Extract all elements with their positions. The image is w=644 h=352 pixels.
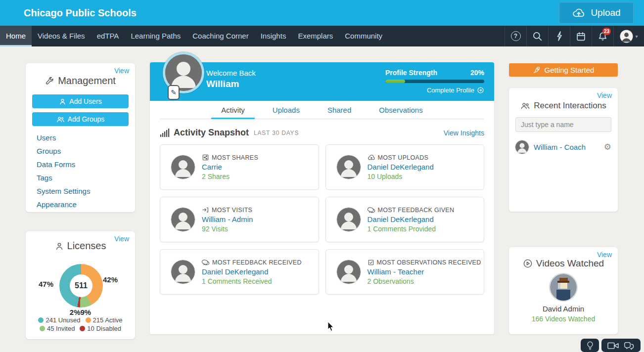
gear-icon[interactable]: ⚙ [604,143,611,151]
wrench-icon [45,76,54,86]
stat-user-link[interactable]: Daniel DeKerlegand [202,267,302,276]
calendar-button[interactable] [570,26,592,46]
add-groups-button[interactable]: Add Groups [32,112,129,126]
avatar [515,140,529,154]
nav-item-insights[interactable]: Insights [255,26,292,46]
recent-title: Recent Interactions [534,101,606,111]
sidebar-item-appearance[interactable]: Appearance [37,200,77,209]
recent-title-row: Recent Interactions [509,101,618,111]
legend-invited: 45 Invited [40,325,75,332]
nav-item-edtpa[interactable]: edTPA [91,26,125,46]
chat-bubbles-icon [623,341,636,351]
edit-avatar-button[interactable]: ✎ [168,85,180,100]
help-button[interactable]: ? [505,26,526,46]
quick-actions-button[interactable] [548,26,570,46]
avatar [171,155,195,179]
management-title: Management [58,75,116,87]
nav-item-learning-paths[interactable]: Learning Paths [125,26,186,46]
stat-value: 2 Observations [368,277,481,285]
user-avatar-icon [620,30,633,43]
videos-view-link[interactable]: View [597,251,612,259]
profile-menu-button[interactable]: ▾ [613,26,644,46]
stat-user-link[interactable]: Daniel DeKerlegand [368,215,455,223]
checkbox-icon [368,259,374,266]
getting-started-button[interactable]: Getting Started [509,63,618,77]
complete-profile-link[interactable]: Complete Profile [385,87,484,94]
stat-user-link[interactable]: William - Admin [202,215,253,223]
nav-item-videos-files[interactable]: Videos & Files [32,26,91,46]
search-button[interactable] [526,26,548,46]
play-circle-icon [523,259,533,268]
pct-unused: 47% [39,280,53,288]
tab-observations[interactable]: Observations [378,101,423,119]
people-icon [56,116,65,123]
add-users-button[interactable]: Add Users [32,94,129,108]
stat-card-most-feedback-given: MOST FEEDBACK GIVEN Daniel DeKerlegand 1… [325,197,485,242]
avatar [171,208,195,231]
video-chat-button[interactable] [601,339,641,352]
feedback-icon [368,207,375,214]
tab-shared[interactable]: Shared [326,101,352,119]
legend-active: 215 Active [86,316,123,324]
recent-interaction-row[interactable]: William - Coach ⚙ [515,140,611,154]
stat-card-most-visits: MOST VISITS William - Admin 92 Visits [160,197,319,242]
sidebar-item-tags[interactable]: Tags [37,174,52,182]
nav-item-coaching-corner[interactable]: Coaching Corner [186,26,254,46]
welcome-banner: ✎ Welcome Back William Profile Strength … [150,62,494,101]
avatar [337,260,361,284]
legend-dot-invited [40,326,45,331]
legend-disabled: 10 Disabled [80,325,121,332]
pct-active: 42% [103,275,118,284]
arrow-circle-icon [477,87,484,94]
stat-value: 1 Comments Provided [368,225,455,233]
avatar-david [550,274,577,301]
stat-value: 10 Uploads [368,173,434,180]
notification-badge: 23 [602,28,611,35]
upload-button[interactable]: Upload [559,2,634,24]
rocket-icon [533,66,541,74]
sidebar-item-users[interactable]: Users [37,133,56,142]
sidebar-item-groups[interactable]: Groups [37,147,61,155]
sidebar-item-system-settings[interactable]: System Settings [37,187,90,195]
welcome-text: Welcome Back William [206,69,256,89]
pct-invited: 9% [81,308,92,316]
stat-card-most-shares: MOST SHARES Carrie 2 Shares [160,144,319,190]
management-links: Users Groups Data Forms Tags System Sett… [37,131,135,211]
stat-user-link[interactable]: Carrie [202,163,258,171]
nav-item-exemplars[interactable]: Exemplars [292,26,339,46]
videos-title: Videos Watched [536,258,604,269]
search-name-input[interactable] [515,117,611,132]
tab-uploads[interactable]: Uploads [272,101,301,119]
profile-strength-bar [385,80,484,83]
top-header-bar: Chicago Public Schools Upload [0,0,644,26]
bar-chart-icon [160,129,170,137]
recent-user-link[interactable]: William - Coach [534,143,599,151]
nav-item-community[interactable]: Community [339,26,388,46]
cloud-upload-icon [368,154,375,161]
profile-strength-fill [385,80,405,83]
licenses-donut: 511 [59,264,103,308]
lightbulb-icon [586,340,595,351]
stat-user-link[interactable]: Daniel DeKerlegand [368,163,434,171]
videos-watched-panel: View Videos Watched David Admin 166 Vide… [509,247,618,334]
licenses-title: Licenses [67,240,106,252]
nav-item-home[interactable]: Home [0,26,32,46]
sidebar-item-data-forms[interactable]: Data Forms [37,160,75,169]
search-icon [532,31,543,42]
getting-started-label: Getting Started [545,66,595,74]
legend-dot-disabled [80,326,85,331]
stat-user-link[interactable]: William - Teacher [368,267,481,276]
tips-button[interactable] [581,339,599,352]
videos-user-name: David Admin [509,305,618,313]
licenses-view-link[interactable]: View [114,235,129,243]
stat-value: 92 Visits [202,225,253,233]
avatar [337,208,361,231]
management-view-link[interactable]: View [114,67,129,75]
app-window: Chicago Public Schools Upload Home Video… [0,0,644,352]
tab-activity[interactable]: Activity [220,101,246,119]
recent-view-link[interactable]: View [597,91,612,99]
view-insights-link[interactable]: View Insights [444,129,484,137]
notifications-button[interactable]: 23 [592,26,613,46]
chevron-down-icon: ▾ [635,34,638,39]
welcome-back-label: Welcome Back [206,69,256,77]
